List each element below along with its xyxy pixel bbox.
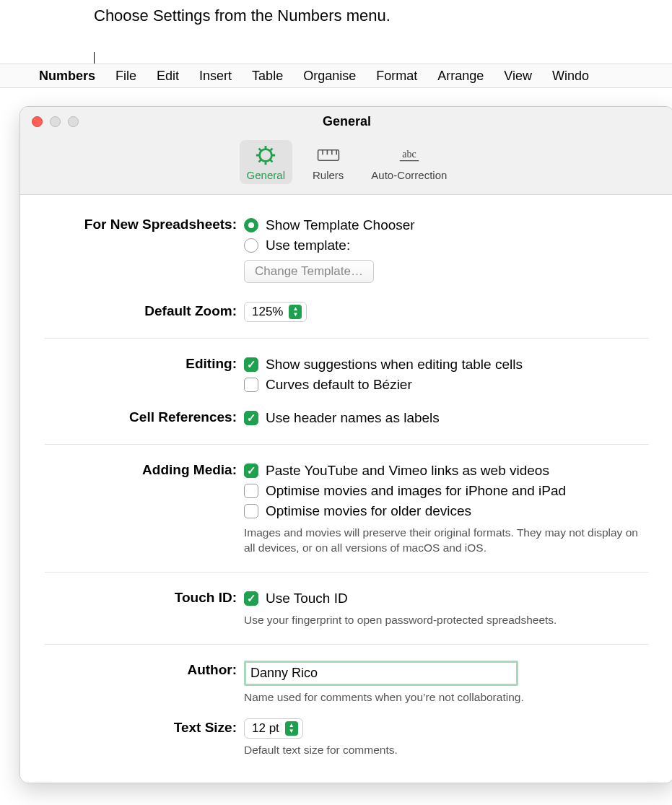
checkbox-header-names-label: Use header names as labels [266,410,440,426]
checkbox-show-suggestions-label: Show suggestions when editing table cell… [266,357,523,373]
menu-format[interactable]: Format [376,69,417,84]
tab-rulers[interactable]: Rulers [305,140,351,184]
label-touch-id: Touch ID: [45,588,244,606]
checkbox-paste-web-videos[interactable] [244,464,258,478]
label-new-spreadsheets: For New Spreadsheets: [45,215,244,232]
radio-use-template[interactable] [244,238,258,253]
checkbox-optimise-iphone-ipad-label: Optimise movies and images for iPhone an… [266,483,566,499]
window-title: General [20,114,672,129]
checkbox-use-touch-id[interactable] [244,591,258,606]
radio-show-template-chooser[interactable] [244,218,258,232]
checkbox-curves-bezier-label: Curves default to Bézier [266,377,412,393]
menu-arrange[interactable]: Arrange [437,69,484,84]
window-titlebar: General [20,107,672,136]
label-default-zoom: Default Zoom: [45,302,244,319]
menu-file[interactable]: File [115,69,136,84]
svg-line-6 [270,160,272,162]
preferences-toolbar: General Rulers abc Auto-Correction [20,136,672,195]
checkbox-optimise-older-devices-label: Optimise movies for older devices [266,503,471,519]
separator [45,338,649,339]
text-size-note: Default text size for comments. [244,739,649,758]
default-zoom-value: 125% [252,305,283,319]
label-editing: Editing: [45,354,244,372]
label-cell-references: Cell References: [45,408,244,425]
menu-view[interactable]: View [504,69,532,84]
menu-organise[interactable]: Organise [303,69,356,84]
svg-text:abc: abc [402,149,416,160]
label-adding-media: Adding Media: [45,461,244,478]
tab-auto-correction-label: Auto-Correction [371,169,447,181]
checkbox-curves-bezier[interactable] [244,378,258,392]
svg-line-8 [270,149,272,151]
preferences-window: General General Rulers abc Auto-Correcti… [19,106,672,783]
author-input[interactable] [244,661,518,686]
tab-rulers-label: Rulers [313,169,344,181]
text-size-select[interactable]: 12 pt ▲▼ [244,718,303,739]
svg-rect-9 [318,150,339,160]
checkbox-paste-web-videos-label: Paste YouTube and Vimeo links as web vid… [266,463,549,479]
checkbox-use-touch-id-label: Use Touch ID [266,591,348,606]
touch-id-note: Use your fingerprint to open password-pr… [244,609,649,628]
callout-text: Choose Settings from the Numbers menu. [94,6,390,27]
radio-show-template-chooser-label: Show Template Chooser [266,217,415,233]
menu-bar: Numbers File Edit Insert Table Organise … [0,64,672,88]
change-template-button[interactable]: Change Template… [244,260,374,283]
autocorrect-icon: abc [398,144,421,166]
checkbox-optimise-iphone-ipad[interactable] [244,484,258,498]
svg-line-5 [259,149,261,151]
tab-auto-correction[interactable]: abc Auto-Correction [364,140,454,184]
tab-general-label: General [247,169,285,181]
text-size-value: 12 pt [252,721,279,736]
separator [45,644,649,645]
checkbox-header-names[interactable] [244,411,258,425]
menu-app-name[interactable]: Numbers [39,69,95,84]
menu-window[interactable]: Windo [552,69,589,84]
author-note: Name used for comments when you’re not c… [244,686,649,705]
separator [45,572,649,573]
chevron-up-down-icon: ▲▼ [285,721,298,736]
menu-edit[interactable]: Edit [157,69,179,84]
label-author: Author: [45,661,244,678]
ruler-icon [317,144,340,166]
tab-general[interactable]: General [240,140,292,184]
gear-icon [254,144,277,166]
svg-point-0 [260,149,272,162]
default-zoom-select[interactable]: 125% ▲▼ [244,302,307,322]
radio-use-template-label: Use template: [266,238,350,253]
label-text-size: Text Size: [45,718,244,736]
menu-table[interactable]: Table [252,69,283,84]
checkbox-optimise-older-devices[interactable] [244,504,258,518]
separator [45,444,649,445]
menu-insert[interactable]: Insert [199,69,232,84]
preferences-body: For New Spreadsheets: Show Template Choo… [20,195,672,783]
checkbox-show-suggestions[interactable] [244,357,258,372]
svg-line-7 [259,160,261,162]
chevron-up-down-icon: ▲▼ [289,305,302,319]
adding-media-note: Images and movies will preserve their or… [244,521,649,556]
